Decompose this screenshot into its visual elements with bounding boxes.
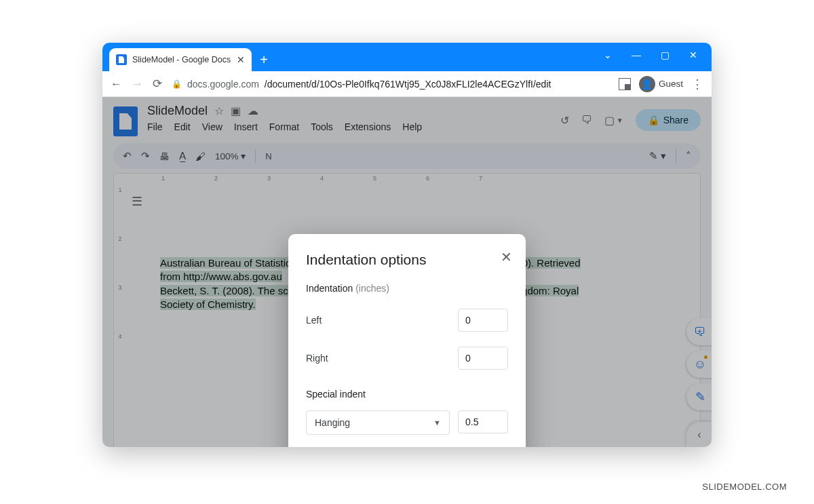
forward-icon: → xyxy=(132,77,143,91)
chevron-down-icon[interactable]: ⌄ xyxy=(596,45,619,64)
right-indent-label: Right xyxy=(306,353,328,364)
new-tab-button[interactable]: + xyxy=(254,50,273,69)
browser-tab[interactable]: SlideModel - Google Docs ✕ xyxy=(109,48,252,71)
close-icon[interactable]: ✕ xyxy=(682,45,705,64)
url-host: docs.google.com xyxy=(187,79,259,90)
browser-window: SlideModel - Google Docs ✕ + ⌄ — ▢ ✕ ← →… xyxy=(102,43,712,447)
special-indent-amount-input[interactable] xyxy=(458,410,508,433)
profile-chip[interactable]: 👤 Guest xyxy=(639,76,683,92)
special-indent-value: Hanging xyxy=(315,417,350,428)
panel-icon[interactable] xyxy=(619,78,631,90)
right-indent-input[interactable] xyxy=(458,347,508,370)
special-indent-label: Special indent xyxy=(306,389,508,400)
watermark: SLIDEMODEL.COM xyxy=(702,482,787,492)
docs-favicon xyxy=(116,54,127,65)
special-indent-select[interactable]: Hanging ▼ xyxy=(306,410,450,435)
url-path: /document/d/10Os-Ple0Ifkq761Wtj95_Xc0J8x… xyxy=(265,79,551,90)
indentation-options-dialog: Indentation options ✕ Indentation (inche… xyxy=(288,234,526,447)
browser-menu-icon[interactable]: ⋮ xyxy=(691,77,703,92)
indentation-section-label: Indentation (inches) xyxy=(306,283,508,294)
tab-title: SlideModel - Google Docs xyxy=(132,55,231,64)
left-indent-label: Left xyxy=(306,315,322,326)
tab-close-icon[interactable]: ✕ xyxy=(237,54,245,65)
address-bar: ← → ⟳ 🔒 docs.google.com/document/d/10Os-… xyxy=(102,71,712,97)
maximize-icon[interactable]: ▢ xyxy=(653,45,676,64)
left-indent-input[interactable] xyxy=(458,309,508,332)
url-display[interactable]: 🔒 docs.google.com/document/d/10Os-Ple0If… xyxy=(172,79,609,90)
chevron-down-icon: ▼ xyxy=(433,419,441,427)
reload-icon[interactable]: ⟳ xyxy=(153,77,162,91)
minimize-icon[interactable]: — xyxy=(625,45,648,64)
profile-label: Guest xyxy=(659,79,683,89)
back-icon[interactable]: ← xyxy=(111,77,122,91)
lock-icon: 🔒 xyxy=(172,79,182,89)
avatar-icon: 👤 xyxy=(639,76,655,92)
docs-app: SlideModel ☆ ▣ ☁ File Edit View Insert F… xyxy=(102,97,712,447)
dialog-close-icon[interactable]: ✕ xyxy=(501,249,512,265)
window-titlebar: SlideModel - Google Docs ✕ + ⌄ — ▢ ✕ xyxy=(102,43,712,71)
dialog-title: Indentation options xyxy=(306,252,508,268)
window-controls: ⌄ — ▢ ✕ xyxy=(596,45,712,71)
